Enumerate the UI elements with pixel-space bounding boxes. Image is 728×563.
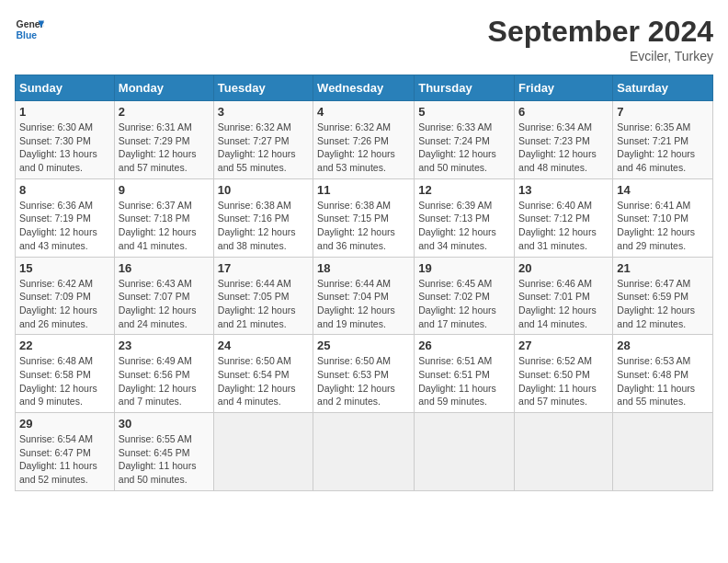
logo-icon: General Blue	[15, 15, 44, 44]
day-info: Sunrise: 6:50 AMSunset: 6:53 PMDaylight:…	[317, 354, 410, 408]
day-number: 12	[418, 183, 510, 197]
day-number: 27	[518, 339, 609, 352]
day-number: 28	[617, 339, 709, 352]
day-header-tuesday: Tuesday	[213, 75, 313, 101]
day-number: 3	[218, 105, 309, 119]
day-number: 1	[19, 105, 110, 119]
calendar-day: 7 Sunrise: 6:35 AMSunset: 7:21 PMDayligh…	[613, 101, 713, 179]
day-info: Sunrise: 6:32 AMSunset: 7:27 PMDaylight:…	[218, 121, 309, 175]
calendar-day: 20 Sunrise: 6:46 AMSunset: 7:01 PMDaylig…	[515, 257, 613, 335]
day-number: 11	[317, 183, 410, 197]
day-info: Sunrise: 6:43 AMSunset: 7:07 PMDaylight:…	[119, 277, 210, 331]
calendar-day: 27 Sunrise: 6:52 AMSunset: 6:50 PMDaylig…	[515, 335, 613, 413]
day-info: Sunrise: 6:51 AMSunset: 6:51 PMDaylight:…	[418, 354, 510, 408]
day-number: 22	[19, 339, 110, 352]
calendar-week-row: 8 Sunrise: 6:36 AMSunset: 7:19 PMDayligh…	[16, 178, 713, 257]
calendar-day: 2 Sunrise: 6:31 AMSunset: 7:29 PMDayligh…	[114, 101, 213, 179]
day-number: 26	[418, 339, 510, 352]
day-number: 13	[518, 183, 609, 197]
calendar-week-row: 29 Sunrise: 6:54 AMSunset: 6:47 PMDaylig…	[16, 413, 713, 491]
day-info: Sunrise: 6:32 AMSunset: 7:26 PMDaylight:…	[317, 121, 410, 175]
day-info: Sunrise: 6:55 AMSunset: 6:45 PMDaylight:…	[119, 432, 210, 487]
day-info: Sunrise: 6:50 AMSunset: 6:54 PMDaylight:…	[218, 354, 309, 408]
calendar-day-empty	[415, 413, 515, 491]
calendar-day: 15 Sunrise: 6:42 AMSunset: 7:09 PMDaylig…	[16, 257, 115, 335]
day-number: 6	[518, 105, 609, 119]
calendar-day: 4 Sunrise: 6:32 AMSunset: 7:26 PMDayligh…	[313, 101, 415, 179]
calendar-day-empty	[213, 413, 313, 491]
calendar-day: 5 Sunrise: 6:33 AMSunset: 7:24 PMDayligh…	[415, 101, 515, 179]
day-number: 4	[317, 105, 410, 119]
day-info: Sunrise: 6:31 AMSunset: 7:29 PMDaylight:…	[119, 121, 210, 175]
day-info: Sunrise: 6:34 AMSunset: 7:23 PMDaylight:…	[518, 121, 609, 175]
calendar-day: 1 Sunrise: 6:30 AMSunset: 7:30 PMDayligh…	[16, 101, 115, 179]
page-header: General Blue September 2024 Evciler, Tur…	[15, 15, 713, 63]
calendar-day: 19 Sunrise: 6:45 AMSunset: 7:02 PMDaylig…	[415, 257, 515, 335]
calendar-day-empty	[613, 413, 713, 491]
calendar-day: 17 Sunrise: 6:44 AMSunset: 7:05 PMDaylig…	[213, 257, 313, 335]
calendar-day: 14 Sunrise: 6:41 AMSunset: 7:10 PMDaylig…	[613, 178, 713, 257]
day-info: Sunrise: 6:33 AMSunset: 7:24 PMDaylight:…	[418, 121, 510, 175]
calendar-day-empty	[515, 413, 613, 491]
day-info: Sunrise: 6:30 AMSunset: 7:30 PMDaylight:…	[19, 121, 110, 175]
calendar-day: 6 Sunrise: 6:34 AMSunset: 7:23 PMDayligh…	[515, 101, 613, 179]
calendar-day: 28 Sunrise: 6:53 AMSunset: 6:48 PMDaylig…	[613, 335, 713, 413]
calendar-day: 10 Sunrise: 6:38 AMSunset: 7:16 PMDaylig…	[213, 178, 313, 257]
day-number: 7	[617, 105, 709, 119]
calendar-day: 29 Sunrise: 6:54 AMSunset: 6:47 PMDaylig…	[16, 413, 115, 491]
day-number: 17	[218, 261, 309, 275]
day-header-saturday: Saturday	[613, 75, 713, 101]
day-info: Sunrise: 6:54 AMSunset: 6:47 PMDaylight:…	[19, 432, 110, 487]
calendar-week-row: 1 Sunrise: 6:30 AMSunset: 7:30 PMDayligh…	[16, 101, 713, 179]
day-info: Sunrise: 6:38 AMSunset: 7:15 PMDaylight:…	[317, 199, 410, 253]
calendar-day: 21 Sunrise: 6:47 AMSunset: 6:59 PMDaylig…	[613, 257, 713, 335]
day-info: Sunrise: 6:49 AMSunset: 6:56 PMDaylight:…	[119, 354, 210, 408]
day-number: 18	[317, 261, 410, 275]
calendar-day: 13 Sunrise: 6:40 AMSunset: 7:12 PMDaylig…	[515, 178, 613, 257]
day-number: 29	[19, 417, 110, 431]
calendar-day: 3 Sunrise: 6:32 AMSunset: 7:27 PMDayligh…	[213, 101, 313, 179]
svg-text:Blue: Blue	[17, 30, 38, 40]
day-info: Sunrise: 6:44 AMSunset: 7:05 PMDaylight:…	[218, 277, 309, 331]
day-number: 30	[119, 417, 210, 431]
day-number: 19	[418, 261, 510, 275]
day-info: Sunrise: 6:40 AMSunset: 7:12 PMDaylight:…	[518, 199, 609, 253]
day-number: 24	[218, 339, 309, 352]
day-info: Sunrise: 6:41 AMSunset: 7:10 PMDaylight:…	[617, 199, 709, 253]
day-info: Sunrise: 6:37 AMSunset: 7:18 PMDaylight:…	[119, 199, 210, 253]
day-number: 23	[119, 339, 210, 352]
day-info: Sunrise: 6:48 AMSunset: 6:58 PMDaylight:…	[19, 354, 110, 408]
calendar-day: 22 Sunrise: 6:48 AMSunset: 6:58 PMDaylig…	[16, 335, 115, 413]
calendar-week-row: 22 Sunrise: 6:48 AMSunset: 6:58 PMDaylig…	[16, 335, 713, 413]
day-info: Sunrise: 6:39 AMSunset: 7:13 PMDaylight:…	[418, 199, 510, 253]
day-info: Sunrise: 6:47 AMSunset: 6:59 PMDaylight:…	[617, 277, 709, 331]
calendar-day: 16 Sunrise: 6:43 AMSunset: 7:07 PMDaylig…	[114, 257, 213, 335]
day-info: Sunrise: 6:46 AMSunset: 7:01 PMDaylight:…	[518, 277, 609, 331]
calendar-day: 25 Sunrise: 6:50 AMSunset: 6:53 PMDaylig…	[313, 335, 415, 413]
day-number: 10	[218, 183, 309, 197]
day-info: Sunrise: 6:52 AMSunset: 6:50 PMDaylight:…	[518, 354, 609, 408]
day-info: Sunrise: 6:35 AMSunset: 7:21 PMDaylight:…	[617, 121, 709, 175]
day-header-monday: Monday	[114, 75, 213, 101]
day-number: 16	[119, 261, 210, 275]
calendar-table: SundayMondayTuesdayWednesdayThursdayFrid…	[15, 75, 713, 491]
day-number: 20	[518, 261, 609, 275]
calendar-day: 24 Sunrise: 6:50 AMSunset: 6:54 PMDaylig…	[213, 335, 313, 413]
calendar-day-empty	[313, 413, 415, 491]
calendar-day: 23 Sunrise: 6:49 AMSunset: 6:56 PMDaylig…	[114, 335, 213, 413]
day-number: 2	[119, 105, 210, 119]
location: Evciler, Turkey	[488, 49, 713, 63]
calendar-day: 9 Sunrise: 6:37 AMSunset: 7:18 PMDayligh…	[114, 178, 213, 257]
day-header-sunday: Sunday	[16, 75, 115, 101]
calendar-day: 11 Sunrise: 6:38 AMSunset: 7:15 PMDaylig…	[313, 178, 415, 257]
day-info: Sunrise: 6:36 AMSunset: 7:19 PMDaylight:…	[19, 199, 110, 253]
calendar-day: 12 Sunrise: 6:39 AMSunset: 7:13 PMDaylig…	[415, 178, 515, 257]
calendar-day: 30 Sunrise: 6:55 AMSunset: 6:45 PMDaylig…	[114, 413, 213, 491]
calendar-day: 26 Sunrise: 6:51 AMSunset: 6:51 PMDaylig…	[415, 335, 515, 413]
calendar-day: 8 Sunrise: 6:36 AMSunset: 7:19 PMDayligh…	[16, 178, 115, 257]
day-info: Sunrise: 6:38 AMSunset: 7:16 PMDaylight:…	[218, 199, 309, 253]
logo: General Blue	[15, 15, 44, 44]
day-header-friday: Friday	[515, 75, 613, 101]
day-number: 5	[418, 105, 510, 119]
day-number: 14	[617, 183, 709, 197]
